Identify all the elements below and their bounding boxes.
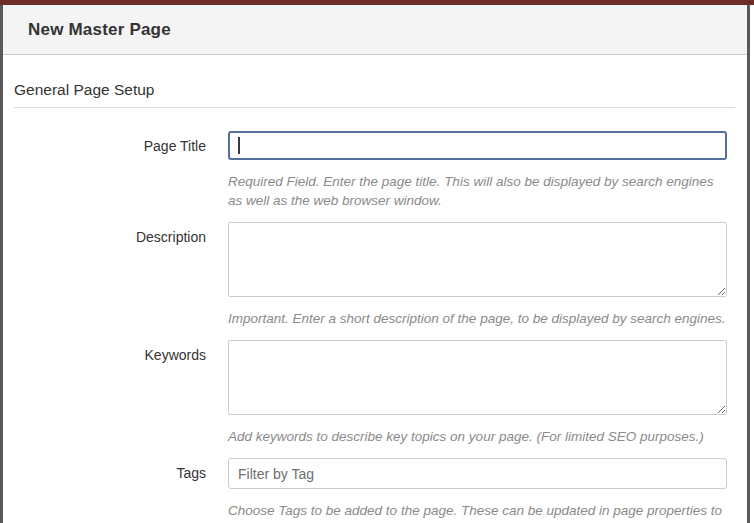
section-heading: General Page Setup — [14, 81, 735, 99]
general-page-setup-form: Page Title Required Field. Enter the pag… — [14, 131, 735, 523]
form-row-description: Description Important. Enter a short des… — [14, 222, 735, 328]
description-help: Important. Enter a short description of … — [228, 309, 727, 328]
keywords-label: Keywords — [14, 340, 206, 446]
tags-help: Choose Tags to be added to the page. The… — [228, 501, 727, 523]
page-title-input[interactable] — [228, 131, 727, 160]
description-label: Description — [14, 222, 206, 328]
form-row-keywords: Keywords Add keywords to describe key to… — [14, 340, 735, 446]
tags-label: Tags — [14, 458, 206, 523]
form-row-tags: Tags Choose Tags to be added to the page… — [14, 458, 735, 523]
keywords-textarea[interactable] — [228, 340, 727, 415]
master-page-window: New Master Page General Page Setup Page … — [0, 5, 750, 523]
section-divider — [14, 107, 735, 108]
page-title: New Master Page — [28, 20, 171, 40]
tags-filter-input[interactable] — [228, 458, 727, 489]
text-cursor — [238, 137, 240, 154]
description-textarea[interactable] — [228, 222, 727, 297]
window-frame: New Master Page General Page Setup Page … — [0, 0, 754, 523]
form-row-page-title: Page Title Required Field. Enter the pag… — [14, 131, 735, 210]
window-header: New Master Page — [3, 5, 747, 55]
form-content: General Page Setup Page Title Required F… — [3, 81, 747, 523]
page-title-label: Page Title — [14, 131, 206, 210]
keywords-help: Add keywords to describe key topics on y… — [228, 427, 727, 446]
page-title-help: Required Field. Enter the page title. Th… — [228, 172, 727, 210]
